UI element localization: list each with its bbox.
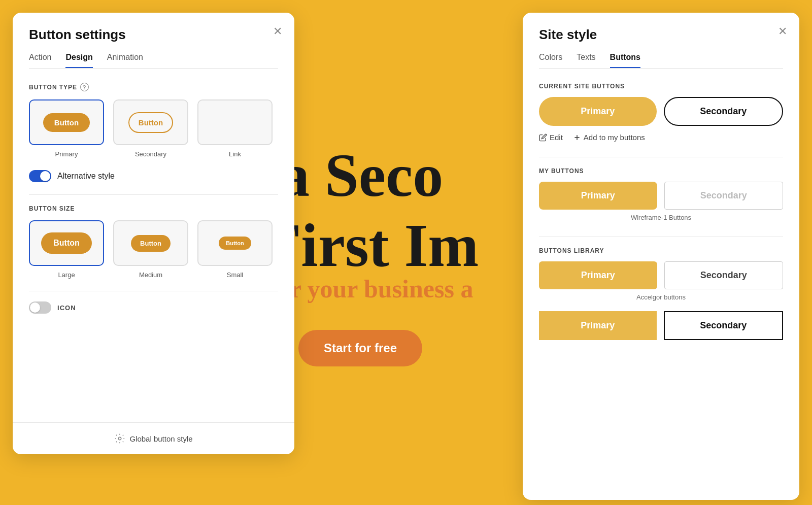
toggle-thumb [40,171,50,181]
site-style-panel: Site style ✕ Colors Texts Buttons CURREN… [523,13,799,500]
preview-medium-btn: Button [131,235,171,252]
bg-heading: a Seco [279,142,443,209]
btn-size-small-box: Button [197,220,273,266]
my-btns-row: Primary Secondary [539,182,783,210]
btn-type-secondary-label: Secondary [135,150,166,158]
global-btn-style-row[interactable]: Global button style [13,422,294,454]
current-site-buttons-section: CURRENT SITE BUTTONS Primary Secondary E… [539,83,783,142]
tab-design[interactable]: Design [65,53,92,68]
my-section-label: MY BUTTONS [539,167,783,175]
btn-type-secondary[interactable]: Button Secondary [113,99,188,158]
preview-secondary-btn: Button [128,112,173,133]
add-to-my-buttons-button[interactable]: Add to my buttons [573,133,645,142]
help-icon[interactable]: ? [80,83,89,91]
library-section-label: BUTTONS LIBRARY [539,247,783,254]
alt-style-row: Alternative style [29,170,278,182]
button-size-row: Button Large Button Medium Button Small [29,220,278,279]
preview-primary-btn: Button [43,113,90,132]
lib2-primary-button[interactable]: Primary [539,311,657,340]
lib2-secondary-button[interactable]: Secondary [664,311,784,340]
svg-point-0 [119,437,122,440]
btn-type-link[interactable]: Link [197,99,273,158]
button-type-row: Button Primary Button Secondary Link [29,99,278,158]
current-section-label: CURRENT SITE BUTTONS [539,83,783,90]
btn-size-medium-label: Medium [139,271,162,279]
button-settings-panel: Button settings ✕ Action Design Animatio… [13,13,294,454]
panel-tabs: Action Design Animation [29,53,278,69]
bg-subtext: for your business a [269,274,473,304]
buttons-library-section: BUTTONS LIBRARY Primary Secondary Accelg… [539,247,783,340]
btn-size-large-box: Button [29,220,104,266]
lib1-primary-button[interactable]: Primary [539,261,657,289]
gear-icon [114,433,125,444]
preview-small-btn: Button [219,237,251,250]
button-type-label: BUTTON TYPE ? [29,83,278,91]
pencil-icon [539,133,547,142]
edit-button[interactable]: Edit [539,133,563,142]
start-for-free-button[interactable]: Start for free [298,330,422,366]
site-style-title: Site style [539,27,783,43]
site-close-button[interactable]: ✕ [778,25,787,38]
bg-heading-2: First Im [264,211,479,281]
my-set-name: Wireframe-1 Buttons [539,214,783,221]
edit-add-row: Edit Add to my buttons [539,133,783,142]
tab-animation[interactable]: Animation [107,53,143,68]
divider-2 [29,291,278,291]
icon-label: ICON [57,304,76,312]
plus-icon [573,133,581,142]
current-btns-row: Primary Secondary [539,97,783,126]
current-secondary-button[interactable]: Secondary [664,97,784,126]
tab-action[interactable]: Action [29,53,51,68]
btn-size-large[interactable]: Button Large [29,220,104,279]
btn-type-primary-label: Primary [55,150,78,158]
icon-row: ICON [29,301,278,314]
btn-size-large-label: Large [58,271,75,279]
btn-size-medium[interactable]: Button Medium [113,220,188,279]
my-secondary-button[interactable]: Secondary [664,182,784,210]
btn-type-secondary-box: Button [113,99,188,145]
lib2-btns-row: Primary Secondary [539,311,783,340]
close-button[interactable]: ✕ [273,25,282,38]
btn-size-small[interactable]: Button Small [197,220,273,279]
divider-right-1 [539,157,783,157]
preview-large-btn: Button [41,232,92,254]
btn-type-link-label: Link [229,150,241,158]
icon-toggle[interactable] [29,301,51,314]
site-style-tabs: Colors Texts Buttons [539,53,783,69]
current-primary-button[interactable]: Primary [539,97,657,126]
lib1-btns-row: Primary Secondary [539,261,783,289]
divider-right-2 [539,237,783,237]
my-buttons-section: MY BUTTONS Primary Secondary Wireframe-1… [539,167,783,221]
lib1-secondary-button[interactable]: Secondary [664,261,784,289]
my-primary-button[interactable]: Primary [539,182,657,210]
icon-toggle-thumb [30,302,40,313]
alt-style-label: Alternative style [57,172,115,181]
btn-type-link-box [197,99,273,145]
btn-type-primary[interactable]: Button Primary [29,99,104,158]
btn-type-primary-box: Button [29,99,104,145]
button-size-label: BUTTON SIZE [29,205,278,212]
lib1-name: Accelgor buttons [539,293,783,301]
tab-texts[interactable]: Texts [577,53,595,68]
panel-title: Button settings [29,27,278,43]
divider-1 [29,194,278,195]
alt-style-toggle[interactable] [29,170,51,182]
tab-colors[interactable]: Colors [539,53,562,68]
btn-size-small-label: Small [227,271,244,279]
btn-size-medium-box: Button [113,220,188,266]
global-btn-label: Global button style [129,434,192,443]
tab-buttons[interactable]: Buttons [610,53,640,68]
